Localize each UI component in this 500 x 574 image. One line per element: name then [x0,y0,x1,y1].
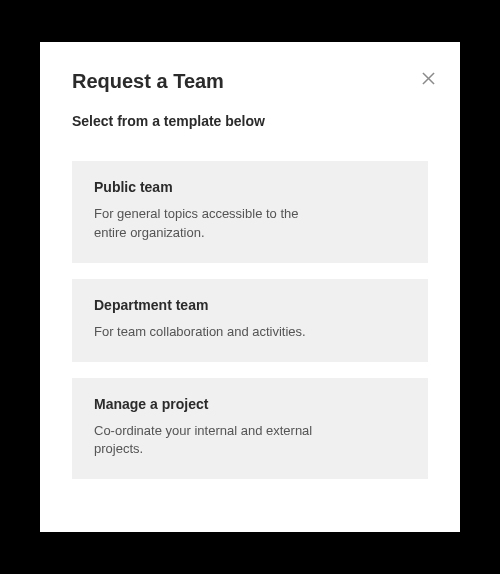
template-description: For team collaboration and activities. [94,323,406,342]
template-card-department-team[interactable]: Department team For team collaboration a… [72,279,428,362]
close-icon [422,72,435,88]
dialog-subtitle: Select from a template below [72,113,428,129]
template-card-manage-project[interactable]: Manage a project Co-ordinate your intern… [72,378,428,480]
template-title: Department team [94,297,406,313]
template-description: For general topics accessible to the ent… [94,205,304,243]
close-button[interactable] [416,68,440,92]
request-team-dialog: Request a Team Select from a template be… [40,42,460,532]
template-title: Public team [94,179,406,195]
template-list: Public team For general topics accessibl… [72,161,428,479]
dialog-title: Request a Team [72,70,428,93]
template-title: Manage a project [94,396,406,412]
template-card-public-team[interactable]: Public team For general topics accessibl… [72,161,428,263]
template-description: Co-ordinate your internal and external p… [94,422,354,460]
